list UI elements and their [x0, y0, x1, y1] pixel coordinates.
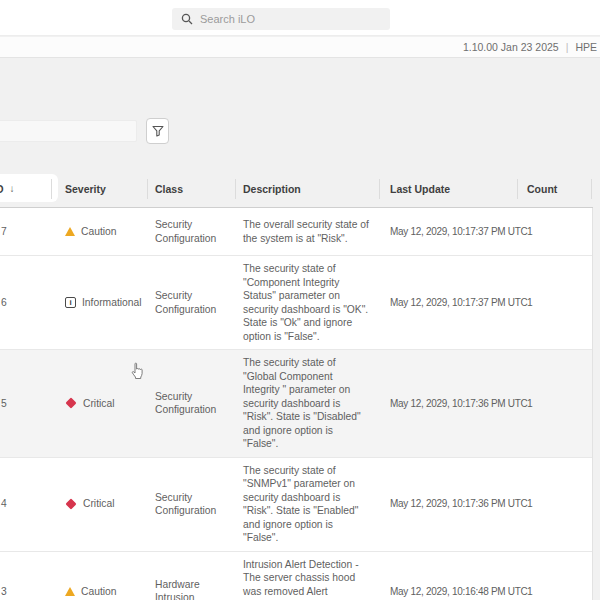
cell-id: 5: [0, 397, 52, 411]
cell-id: 7: [0, 225, 52, 239]
separator: |: [566, 41, 569, 53]
table-row[interactable]: 5 Critical Security Configuration The se…: [0, 350, 592, 458]
cell-last-update: May 12, 2029, 10:17:36 PM UTC: [380, 497, 518, 511]
cell-class: Security Configuration: [148, 491, 236, 518]
brand-label: HPE: [575, 41, 597, 53]
cell-count: 1: [518, 497, 592, 511]
funnel-icon: [152, 125, 164, 137]
caution-triangle-icon: [65, 227, 75, 236]
cell-last-update: May 12, 2029, 10:17:37 PM UTC: [380, 225, 518, 239]
critical-diamond-icon: [65, 398, 76, 409]
table-body: 7 Caution Security Configuration The ove…: [0, 208, 593, 600]
column-header-last-update[interactable]: Last Update: [380, 170, 518, 207]
search-icon: [181, 13, 193, 25]
column-header-class[interactable]: Class: [148, 170, 236, 207]
cell-count: 1: [518, 585, 592, 599]
cell-description: The security state of "SNMPv1" parameter…: [236, 464, 380, 545]
cell-class: Security Configuration: [148, 289, 236, 316]
column-header-severity[interactable]: Severity: [52, 170, 148, 207]
caution-triangle-icon: [65, 587, 75, 596]
top-bar: Search iLO: [0, 0, 600, 36]
cell-severity: Caution: [52, 585, 148, 599]
table-header-row: ID ↓ Severity Class Description Last Upd…: [0, 170, 593, 208]
table-row[interactable]: 6 i Informational Security Configuration…: [0, 256, 592, 350]
cell-class: Security Configuration: [148, 218, 236, 245]
severity-label: Caution: [81, 225, 117, 239]
cell-count: 1: [518, 397, 592, 411]
cell-count: 1: [518, 225, 592, 239]
version-bar: 1.10.00 Jan 23 2025 | HPE: [0, 37, 600, 58]
cell-id: 4: [0, 497, 52, 511]
cell-description: Intrusion Alert Detection - The server c…: [236, 558, 380, 600]
hand-cursor: [130, 362, 145, 380]
column-header-description[interactable]: Description: [236, 170, 380, 207]
table-row[interactable]: 7 Caution Security Configuration The ove…: [0, 208, 592, 256]
log-filter-input[interactable]: [0, 120, 137, 142]
cell-description: The security state of "Global Component …: [236, 356, 380, 451]
info-square-icon: i: [65, 297, 76, 308]
cell-id: 6: [0, 296, 52, 310]
cell-description: The security state of "Component Integri…: [236, 262, 380, 343]
cell-count: 1: [518, 296, 592, 310]
table-row[interactable]: 3 Caution Hardware Intrusion Intrusion A…: [0, 552, 592, 600]
column-label-id: ID: [0, 183, 4, 195]
cell-class: Security Configuration: [148, 390, 236, 417]
cell-severity: Critical: [52, 497, 148, 511]
cell-class: Hardware Intrusion: [148, 578, 236, 600]
cell-severity: Critical: [52, 397, 148, 411]
cell-id: 3: [0, 585, 52, 599]
cell-last-update: May 12, 2029, 10:17:37 PM UTC: [380, 296, 518, 310]
table-row[interactable]: 4 Critical Security Configuration The se…: [0, 458, 592, 552]
column-header-count[interactable]: Count: [518, 170, 592, 207]
security-log-table: ID ↓ Severity Class Description Last Upd…: [0, 170, 593, 600]
cell-last-update: May 12, 2029, 10:16:48 PM UTC: [380, 585, 518, 599]
filter-button[interactable]: [146, 118, 169, 144]
search-input[interactable]: Search iLO: [172, 8, 390, 30]
search-placeholder: Search iLO: [200, 13, 255, 25]
cell-severity: i Informational: [52, 296, 148, 310]
sort-desc-icon[interactable]: ↓: [10, 183, 15, 194]
severity-label: Informational: [82, 296, 142, 310]
cell-last-update: May 12, 2029, 10:17:36 PM UTC: [380, 397, 518, 411]
cell-description: The overall security state of the system…: [236, 218, 380, 245]
severity-label: Critical: [83, 497, 114, 511]
severity-label: Critical: [83, 397, 114, 411]
cell-severity: Caution: [52, 225, 148, 239]
severity-label: Caution: [81, 585, 117, 599]
column-header-id[interactable]: ID ↓: [0, 170, 52, 207]
firmware-version: 1.10.00 Jan 23 2025: [463, 41, 559, 53]
critical-diamond-icon: [65, 498, 76, 509]
